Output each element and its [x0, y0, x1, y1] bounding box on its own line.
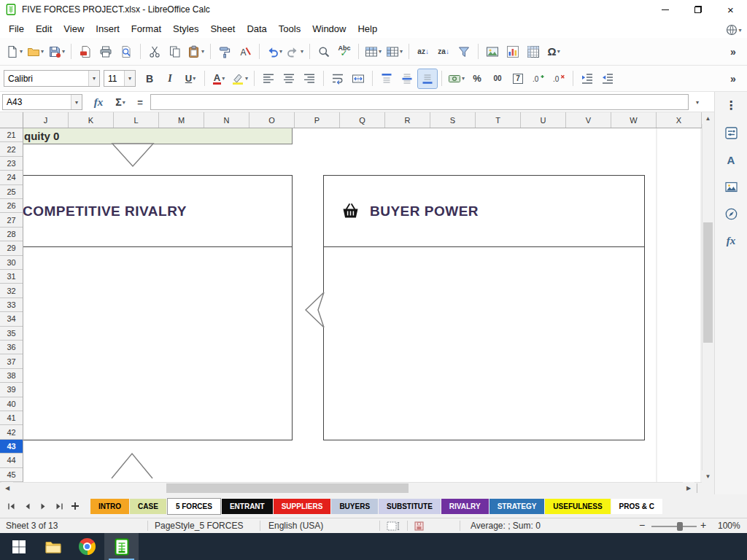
zoom-out-button[interactable]: −: [639, 519, 645, 531]
selection-mode-icon[interactable]: [387, 521, 400, 533]
first-sheet-button[interactable]: [3, 498, 19, 514]
font-color-button[interactable]: A▾: [209, 69, 228, 88]
toolbar-overflow-button[interactable]: »: [724, 42, 743, 61]
vertical-scrollbar-thumb[interactable]: [703, 222, 713, 343]
row-header-26[interactable]: 26: [0, 199, 23, 213]
row-header-33[interactable]: 33: [0, 298, 23, 312]
last-sheet-button[interactable]: [51, 498, 67, 514]
format-as-percent-button[interactable]: %: [468, 69, 487, 88]
chevron-down-icon[interactable]: ▾: [71, 95, 82, 109]
menu-window[interactable]: Window: [306, 20, 352, 37]
row-header-21[interactable]: 21: [0, 128, 23, 142]
center-vertically-button[interactable]: [398, 69, 417, 88]
format-as-number-button[interactable]: 00: [488, 69, 507, 88]
styles-button[interactable]: A: [720, 149, 742, 170]
toolbar-overflow-button[interactable]: »: [724, 69, 743, 88]
row-header-28[interactable]: 28: [0, 228, 23, 241]
column-header-s[interactable]: S: [430, 112, 476, 128]
new-document-button[interactable]: ▾: [4, 42, 24, 61]
sheet-tab-entrant[interactable]: ENTRANT: [222, 499, 273, 514]
copy-button[interactable]: [166, 42, 185, 61]
row-header-40[interactable]: 40: [0, 397, 23, 411]
underline-button[interactable]: U▾: [181, 69, 200, 88]
chevron-down-icon[interactable]: ▾: [124, 71, 135, 86]
insert-chart-button[interactable]: [503, 42, 522, 61]
save-button[interactable]: ▾: [47, 42, 66, 61]
wrap-text-button[interactable]: [328, 69, 347, 88]
selection-stats[interactable]: Average: ; Sum: 0: [471, 521, 541, 531]
column-header-n[interactable]: N: [204, 112, 249, 128]
row-header-36[interactable]: 36: [0, 341, 23, 354]
autofilter-button[interactable]: [454, 42, 473, 61]
clone-formatting-button[interactable]: [215, 42, 234, 61]
open-button[interactable]: ▾: [26, 42, 45, 61]
font-size-input[interactable]: [104, 71, 124, 86]
row-header-42[interactable]: 42: [0, 425, 23, 439]
horizontal-scrollbar-thumb[interactable]: [166, 483, 409, 493]
function-wizard-button[interactable]: fx: [89, 94, 108, 110]
insert-special-character-button[interactable]: Ω▾: [544, 42, 563, 61]
sheet-tab-suppliers[interactable]: SUPPLIERS: [274, 499, 331, 514]
start-taskbar-button[interactable]: [1, 533, 36, 560]
functions-button[interactable]: fx: [720, 230, 742, 251]
scroll-left-button[interactable]: ◀: [1, 482, 13, 494]
row-header-30[interactable]: 30: [0, 256, 23, 270]
cells-area[interactable]: quity 0 COMPETITIVE RIVALRY BUYER POWER: [23, 128, 702, 482]
chrome-taskbar-button[interactable]: [70, 533, 104, 560]
scroll-down-button[interactable]: ▼: [702, 470, 714, 482]
export-pdf-button[interactable]: [76, 42, 95, 61]
sort-ascending-button[interactable]: az: [414, 42, 433, 61]
name-box-input[interactable]: [3, 95, 71, 109]
clear-formatting-button[interactable]: A: [236, 42, 255, 61]
row-header-45[interactable]: 45: [0, 468, 23, 482]
paste-button[interactable]: ▾: [186, 42, 206, 61]
align-left-button[interactable]: [259, 69, 278, 88]
menu-styles[interactable]: Styles: [167, 20, 204, 37]
font-size-combo[interactable]: ▾: [104, 70, 136, 87]
menu-file[interactable]: File: [3, 20, 30, 37]
highlighting-color-button[interactable]: ▾: [230, 69, 249, 88]
undo-button[interactable]: ▾: [264, 42, 284, 61]
zoom-level[interactable]: 100%: [718, 521, 740, 531]
navigator-button[interactable]: [720, 203, 742, 224]
menu-edit[interactable]: Edit: [30, 20, 58, 37]
increase-indent-button[interactable]: [578, 69, 597, 88]
formula-input[interactable]: [150, 94, 689, 110]
delete-decimal-place-button[interactable]: .0: [549, 69, 568, 88]
expand-formula-bar-button[interactable]: ▾: [692, 94, 703, 110]
column-header-r[interactable]: R: [385, 112, 430, 128]
properties-button[interactable]: [720, 122, 742, 143]
competitive-rivalry-box[interactable]: COMPETITIVE RIVALRY: [23, 175, 293, 440]
italic-button[interactable]: I: [160, 69, 179, 88]
chevron-down-icon[interactable]: ▾: [88, 71, 99, 86]
merge-cells-button[interactable]: [349, 69, 368, 88]
column-header-o[interactable]: O: [249, 112, 295, 128]
row-header-27[interactable]: 27: [0, 213, 23, 227]
bold-button[interactable]: B: [140, 69, 159, 88]
menu-insert[interactable]: Insert: [90, 20, 125, 37]
next-sheet-button[interactable]: [35, 498, 51, 514]
sheet-tab-substitute[interactable]: SUBSTITUTE: [379, 499, 441, 514]
row-header-35[interactable]: 35: [0, 327, 23, 341]
menu-sheet[interactable]: Sheet: [204, 20, 241, 37]
align-top-button[interactable]: [377, 69, 396, 88]
row-header-25[interactable]: 25: [0, 185, 23, 199]
row-header-31[interactable]: 31: [0, 270, 23, 284]
sheet-tab-rivalry[interactable]: RIVALRY: [441, 499, 489, 514]
scroll-up-button[interactable]: ▲: [702, 112, 714, 124]
menu-format[interactable]: Format: [125, 20, 167, 37]
column-header-m[interactable]: M: [159, 112, 204, 128]
print-button[interactable]: [96, 42, 115, 61]
redo-button[interactable]: ▾: [285, 42, 305, 61]
column-header-v[interactable]: V: [566, 112, 611, 128]
document-modified-icon[interactable]: [414, 521, 424, 533]
decrease-indent-button[interactable]: [598, 69, 617, 88]
file-explorer-taskbar-button[interactable]: [36, 533, 70, 560]
format-as-currency-button[interactable]: ▾: [446, 69, 466, 88]
column-header-t[interactable]: T: [476, 112, 521, 128]
previous-sheet-button[interactable]: [19, 498, 35, 514]
row-header-44[interactable]: 44: [0, 454, 23, 467]
row-header-34[interactable]: 34: [0, 312, 23, 326]
sheet-tab-buyers[interactable]: BUYERS: [331, 499, 378, 514]
gallery-button[interactable]: [720, 176, 742, 197]
